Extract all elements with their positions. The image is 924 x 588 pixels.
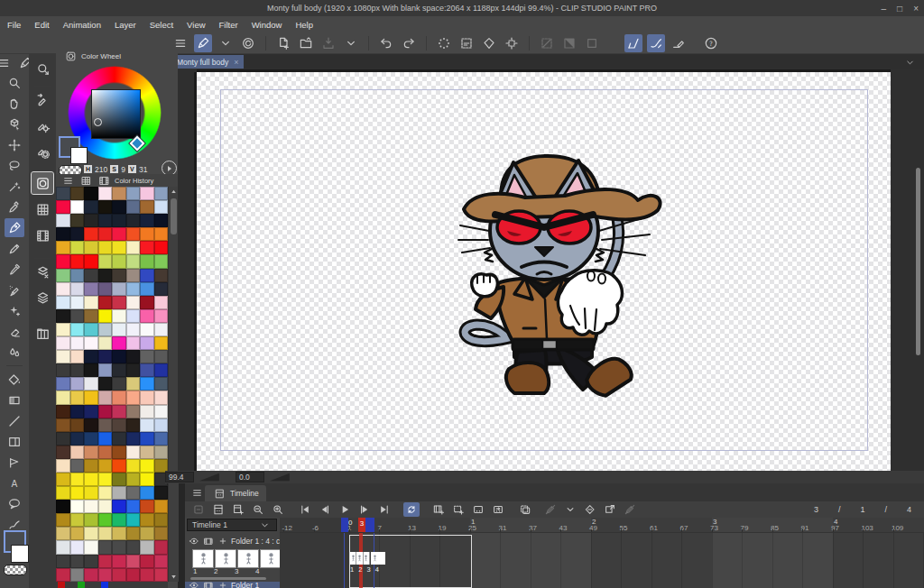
layer-property-button[interactable]: [32, 261, 53, 282]
palette-swatch[interactable]: [84, 473, 98, 486]
new-animation-folder-button[interactable]: [430, 502, 447, 517]
palette-swatch[interactable]: [56, 282, 70, 296]
palette-swatch[interactable]: [140, 336, 154, 350]
palette-swatch[interactable]: [154, 555, 169, 568]
palette-swatch[interactable]: [70, 187, 85, 200]
tool-palette-menu-icon[interactable]: [0, 54, 14, 73]
palette-swatch[interactable]: [112, 540, 126, 554]
palette-swatch[interactable]: [70, 513, 85, 527]
palette-swatch[interactable]: [84, 377, 98, 390]
palette-swatch[interactable]: [84, 254, 98, 268]
palette-swatch[interactable]: [84, 323, 98, 336]
palette-swatch[interactable]: [140, 227, 154, 241]
palette-swatch[interactable]: [154, 513, 169, 527]
palette-swatch[interactable]: [112, 377, 126, 390]
cel-thumbnail-4[interactable]: [260, 549, 282, 568]
palette-swatch[interactable]: [126, 473, 141, 486]
palette-swatch[interactable]: [112, 486, 126, 500]
palette-swatch[interactable]: [112, 254, 126, 268]
palette-swatch[interactable]: [98, 227, 113, 241]
palette-swatch[interactable]: [154, 200, 169, 214]
palette-swatch[interactable]: [98, 309, 113, 323]
eyedropper-tool[interactable]: [5, 198, 24, 216]
palette-swatch[interactable]: [98, 486, 113, 500]
change-canvas-size-button[interactable]: [503, 34, 521, 52]
palette-swatch[interactable]: [112, 513, 126, 527]
palette-swatch[interactable]: [154, 363, 169, 377]
palette-swatch[interactable]: [56, 363, 70, 377]
color-history-label[interactable]: Color History: [115, 177, 153, 185]
history-tab-icon[interactable]: [97, 173, 111, 188]
fill-cel-button[interactable]: [582, 502, 598, 517]
palette-swatch[interactable]: [70, 473, 85, 486]
palette-swatch[interactable]: [56, 473, 70, 486]
palette-swatch[interactable]: [126, 241, 141, 254]
palette-swatch[interactable]: [84, 432, 98, 446]
export-animation-button[interactable]: [602, 502, 618, 517]
palette-swatch[interactable]: [126, 214, 141, 227]
menu-item-edit[interactable]: Edit: [34, 20, 49, 30]
palette-swatch[interactable]: [70, 350, 85, 363]
palette-swatch[interactable]: [154, 432, 169, 446]
palette-swatch[interactable]: [140, 309, 154, 323]
palette-swatch[interactable]: [112, 568, 126, 582]
palette-swatch[interactable]: [140, 282, 154, 296]
timeline-zoom-out-button[interactable]: [250, 502, 266, 517]
palette-swatch[interactable]: [84, 187, 98, 200]
palette-swatch[interactable]: [112, 555, 126, 568]
timeline-selector[interactable]: Timeline 1: [187, 519, 277, 531]
open-file-button[interactable]: [297, 34, 315, 52]
palette-swatch[interactable]: [98, 473, 113, 486]
palette-swatch[interactable]: [84, 418, 98, 432]
palette-swatch[interactable]: [154, 187, 169, 200]
processing-button[interactable]: [435, 34, 453, 52]
gradient-tool[interactable]: [5, 390, 24, 409]
go-to-end-button[interactable]: [376, 502, 393, 517]
palette-swatch[interactable]: [84, 555, 98, 568]
palette-swatch[interactable]: [140, 500, 154, 513]
color-wheel-tab-label[interactable]: Color Wheel: [81, 52, 121, 60]
palette-swatch[interactable]: [140, 269, 154, 282]
palette-swatch[interactable]: [56, 390, 70, 404]
palette-swatch[interactable]: [126, 336, 141, 350]
palette-swatch[interactable]: [84, 513, 98, 527]
balloon-tool[interactable]: [5, 494, 24, 513]
zoom-value[interactable]: 99.4: [165, 472, 194, 482]
correct-line-tool[interactable]: [5, 453, 24, 472]
new-cel-button[interactable]: [450, 502, 467, 517]
palette-swatch[interactable]: [112, 269, 126, 282]
track2-visibility-icon[interactable]: [188, 582, 200, 588]
timeline-menu-icon[interactable]: [189, 485, 204, 500]
palette-swatch[interactable]: [70, 282, 85, 296]
track-expand-icon[interactable]: [217, 535, 229, 547]
palette-swatch[interactable]: [112, 500, 126, 513]
palette-swatch[interactable]: [154, 405, 169, 418]
palette-swatch[interactable]: [70, 527, 85, 540]
palette-swatch[interactable]: [140, 486, 154, 500]
palette-swatch[interactable]: [126, 446, 141, 459]
palette-swatch[interactable]: [140, 473, 154, 486]
eraser-tool[interactable]: [5, 322, 24, 341]
current-subtool-button[interactable]: [32, 172, 53, 194]
decoration-tool[interactable]: [5, 301, 24, 320]
palette-swatch[interactable]: [112, 200, 126, 214]
palette-swatch[interactable]: [56, 377, 70, 390]
palette-swatch[interactable]: [140, 540, 154, 554]
palette-swatch[interactable]: [154, 486, 169, 500]
palette-scroll-thumb[interactable]: [171, 198, 177, 234]
selection-launcher-button[interactable]: [538, 34, 556, 52]
subtool-settings-button[interactable]: [32, 115, 53, 136]
palette-swatch[interactable]: [126, 187, 141, 200]
palette-swatch[interactable]: [70, 432, 85, 446]
palette-swatch[interactable]: [126, 527, 141, 540]
palette-swatch[interactable]: [140, 568, 154, 582]
palette-footer-swatch[interactable]: [101, 582, 108, 588]
wheel-sub-color-swatch[interactable]: [70, 147, 88, 164]
palette-swatch[interactable]: [98, 500, 113, 513]
canvas-vertical-scrollbar[interactable]: [916, 168, 920, 355]
palette-swatch[interactable]: [126, 377, 141, 390]
snap-to-grid-button[interactable]: [670, 34, 688, 52]
palette-swatch[interactable]: [112, 241, 126, 254]
specify-cel-button[interactable]: [470, 502, 486, 517]
next-frame-button[interactable]: [356, 502, 373, 517]
